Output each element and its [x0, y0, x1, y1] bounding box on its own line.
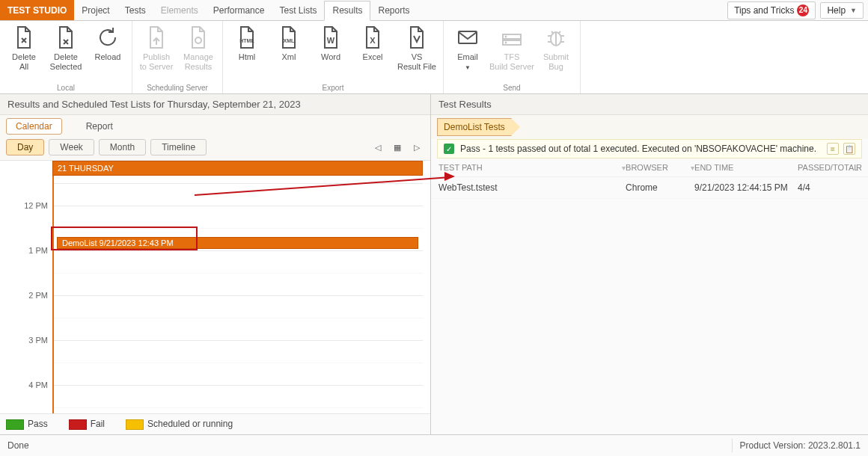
breadcrumb: DemoList Tests: [431, 115, 868, 139]
brand: TEST STUDIO: [0, 0, 74, 20]
publish-icon: [144, 25, 168, 49]
test-results-panel: Test Results DemoList Tests ✓ Pass - 1 t…: [431, 94, 868, 434]
bug-icon: [544, 25, 568, 49]
statusbar: Done Product Version: 2023.2.801.1: [0, 435, 868, 456]
view-day[interactable]: Day: [6, 139, 44, 155]
view-timeline[interactable]: Timeline: [150, 139, 207, 155]
help-button[interactable]: Help ▼: [820, 2, 864, 19]
tab-report[interactable]: Report: [77, 119, 122, 134]
status-bar: ✓ Pass - 1 tests passed out of total 1 e…: [437, 139, 862, 158]
left-header: Results and Scheduled Test Lists for Thu…: [0, 94, 430, 115]
reload-icon: [96, 25, 120, 49]
delete-all-icon: [12, 25, 36, 49]
tips-label: Tips and Tricks: [734, 5, 794, 16]
pass-swatch: [6, 419, 24, 430]
ribbon-group-scheduling: Publish to Server Manage Results Schedul…: [132, 21, 223, 93]
fail-swatch: [69, 419, 87, 430]
export-vs-button[interactable]: VS Result File: [394, 25, 440, 72]
export-excel-button[interactable]: X Excel: [352, 25, 394, 62]
menu-performance[interactable]: Performance: [206, 0, 272, 20]
legend: Pass Fail Scheduled or running: [0, 413, 430, 434]
help-label: Help: [827, 5, 846, 16]
tfs-icon: [500, 25, 524, 49]
menu-results[interactable]: Results: [324, 1, 370, 21]
tips-button[interactable]: Tips and Tricks 24: [727, 1, 816, 19]
menubar: TEST STUDIO Project Tests Elements Perfo…: [0, 0, 868, 21]
vs-icon: [405, 25, 429, 49]
arrow-head-icon: [444, 172, 455, 181]
reload-button[interactable]: Reload: [87, 25, 129, 62]
svg-text:W: W: [327, 36, 335, 45]
delete-selected-icon: [54, 25, 78, 49]
right-header: Test Results: [431, 94, 868, 115]
event-highlight: [51, 227, 198, 250]
grid-icon[interactable]: ▦: [390, 143, 405, 152]
clipboard-icon[interactable]: 📋: [843, 143, 855, 155]
table-row[interactable]: WebTest.tstest Chrome 9/21/2023 12:44:15…: [431, 177, 868, 199]
menu-tests[interactable]: Tests: [117, 0, 153, 20]
svg-point-8: [505, 36, 507, 38]
product-version: Product Version: 2023.2.801.1: [740, 440, 861, 451]
publish-to-server-button: Publish to Server: [135, 25, 177, 72]
svg-text:HTML: HTML: [239, 38, 254, 43]
email-button[interactable]: Email▼: [447, 25, 489, 73]
export-word-button[interactable]: W Word: [310, 25, 352, 62]
svg-text:X: X: [370, 36, 376, 45]
log-icon[interactable]: ≡: [827, 143, 839, 155]
tab-calendar[interactable]: Calendar: [6, 118, 62, 135]
left-tabs: Calendar Report: [0, 115, 430, 135]
email-icon: [456, 25, 480, 49]
content-area: Results and Scheduled Test Lists for Thu…: [0, 94, 868, 435]
svg-point-0: [195, 37, 201, 43]
check-icon: ✓: [444, 144, 454, 154]
status-text: Pass - 1 tests passed out of total 1 exe…: [460, 144, 816, 154]
svg-point-9: [505, 42, 507, 44]
calendar-area[interactable]: 21 THURSDAY 12 PM 1 PM 2 PM 3 PM 4 PM: [0, 160, 430, 413]
menu-elements: Elements: [153, 0, 206, 20]
scheduled-swatch: [126, 419, 144, 430]
submit-bug-button: Submit Bug: [535, 25, 577, 72]
next-icon[interactable]: ▷: [409, 143, 424, 152]
ribbon-group-send: Email▼ TFS Build Server Submit Bug Send: [444, 21, 581, 93]
grid-header: TEST PATH▾ BROWSER▾ END TIME PASSED/TOTA…: [431, 158, 868, 177]
excel-icon: X: [361, 25, 385, 49]
menu-project[interactable]: Project: [74, 0, 117, 20]
menu-reports[interactable]: Reports: [370, 0, 417, 20]
view-week[interactable]: Week: [49, 139, 94, 155]
view-month[interactable]: Month: [99, 139, 146, 155]
tfs-build-button: TFS Build Server: [489, 25, 535, 72]
ribbon-group-local: Delete All Delete Selected Reload Local: [0, 21, 132, 93]
ribbon-group-export: HTML Html XML Xml W Word X Excel: [223, 21, 444, 93]
chevron-down-icon: ▼: [465, 64, 471, 71]
xml-icon: XML: [277, 25, 301, 49]
results-calendar-panel: Results and Scheduled Test Lists for Thu…: [0, 94, 431, 434]
word-icon: W: [319, 25, 343, 49]
html-icon: HTML: [235, 25, 259, 49]
delete-all-button[interactable]: Delete All: [3, 25, 45, 72]
prev-icon[interactable]: ◁: [370, 143, 385, 152]
ribbon: Delete All Delete Selected Reload Local: [0, 21, 868, 94]
manage-results-icon: [186, 25, 210, 49]
manage-results-button: Manage Results: [177, 25, 219, 72]
view-bar: Day Week Month Timeline ◁ ▦ ▷: [0, 135, 430, 160]
delete-selected-button[interactable]: Delete Selected: [45, 25, 87, 72]
crumb-demolist[interactable]: DemoList Tests: [437, 118, 512, 136]
menu-test-lists[interactable]: Test Lists: [272, 0, 324, 20]
svg-rect-5: [459, 31, 477, 43]
day-header: 21 THURSDAY: [52, 161, 423, 176]
tips-badge: 24: [797, 4, 809, 16]
status-done: Done: [7, 440, 29, 451]
export-xml-button[interactable]: XML Xml: [268, 25, 310, 62]
svg-text:XML: XML: [284, 38, 296, 43]
chevron-down-icon: ▼: [850, 7, 857, 14]
export-html-button[interactable]: HTML Html: [226, 25, 268, 62]
